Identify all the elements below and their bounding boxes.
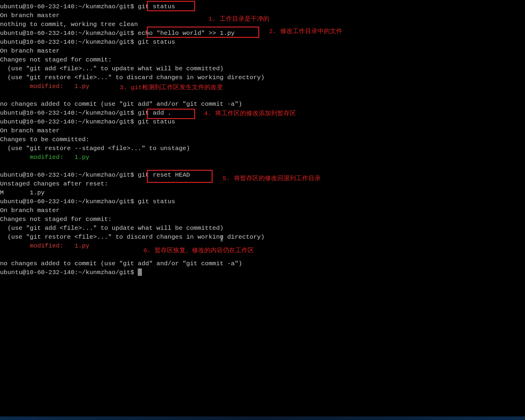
out-useadd-2: (use "git add <file>..." to update what … (0, 224, 525, 233)
out-branch-3: On branch master (0, 126, 525, 135)
annotation-6: 6. 暂存区恢复。修改的内容仍在工作区 (143, 246, 254, 255)
out-useadd-1: (use "git add <file>..." to update what … (0, 64, 525, 73)
cmd-git-status-4: git status (138, 198, 175, 205)
prompt: ubuntu@10-60-232-140:~/kunmzhao/git$ (0, 172, 138, 178)
terminal-cursor (138, 268, 142, 276)
highlight-box-2 (147, 27, 259, 38)
out-branch-2: On branch master (0, 47, 525, 56)
terminal-output[interactable]: ubuntu@10-60-232-140:~/kunmzhao/git$ git… (0, 2, 525, 277)
bottom-decoration (0, 416, 525, 420)
highlight-box-3 (147, 109, 195, 119)
highlight-box-1 (147, 1, 195, 11)
prompt: ubuntu@10-60-232-140:~/kunmzhao/git$ (0, 3, 138, 10)
out-notstaged-2: Changes not staged for commit: (0, 215, 525, 224)
out-modified-green: modified: 1.py (30, 154, 90, 161)
text-cursor-icon (220, 235, 223, 244)
cmd-git-status-2: git status (138, 39, 175, 45)
annotation-2: 2. 修改工作目录中的文件 (269, 27, 342, 36)
out-tobecommitted: Changes to be committed: (0, 135, 525, 144)
prompt: ubuntu@10-60-232-140:~/kunmzhao/git$ (0, 269, 138, 276)
annotation-1: 1. 工作目录是干净的 (208, 15, 269, 24)
out-userestorestaged: (use "git restore --staged <file>..." to… (0, 144, 525, 153)
highlight-box-4 (147, 170, 213, 183)
out-nochanges-2: no changes added to commit (use "git add… (0, 259, 525, 268)
prompt: ubuntu@10-60-232-140:~/kunmzhao/git$ (0, 198, 138, 205)
out-nochanges-1: no changes added to commit (use "git add… (0, 100, 525, 109)
out-modified-red-1: modified: 1.py (30, 83, 90, 90)
prompt: ubuntu@10-60-232-140:~/kunmzhao/git$ (0, 118, 138, 125)
prompt: ubuntu@10-60-232-140:~/kunmzhao/git$ (0, 30, 138, 37)
prompt: ubuntu@10-60-232-140:~/kunmzhao/git$ (0, 110, 138, 116)
annotation-3: 3. git检测到工作区发生文件的改变 (120, 83, 223, 92)
annotation-4: 4. 将工作区的修改添加到暂存区 (204, 109, 296, 118)
out-modified-red-2: modified: 1.py (30, 242, 90, 249)
cmd-git-status-3: git status (138, 118, 175, 125)
out-userestore-1: (use "git restore <file>..." to discard … (0, 73, 525, 82)
out-userestore-2: (use "git restore <file>..." to discard … (0, 233, 525, 242)
out-branch-4: On branch master (0, 206, 525, 215)
annotation-5: 5. 将暂存区的修改回退到工作目录 (223, 174, 321, 183)
prompt: ubuntu@10-60-232-140:~/kunmzhao/git$ (0, 39, 138, 45)
out-notstaged-1: Changes not staged for commit: (0, 56, 525, 64)
out-m-file: M 1.py (0, 188, 525, 197)
